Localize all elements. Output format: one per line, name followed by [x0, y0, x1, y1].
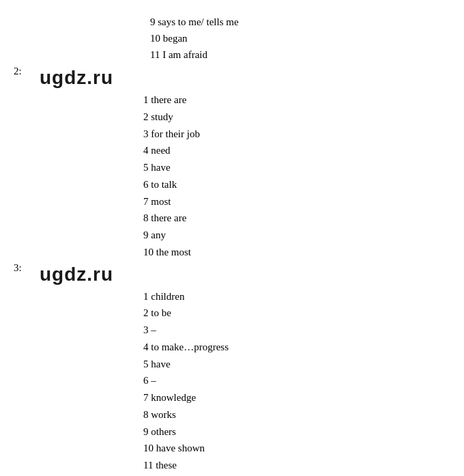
- section-3-item-8: 8 works: [143, 406, 450, 423]
- section-2-row: 2:ugdz.ru: [14, 66, 450, 90]
- section-2-item-5: 5 have: [143, 159, 450, 176]
- section-2-watermark: ugdz.ru: [34, 66, 119, 90]
- top-list-item: 10 began: [150, 30, 450, 46]
- section-2-item-4: 4 need: [143, 142, 450, 159]
- section-3-items: 1 children2 to be3 –4 to make…progress5 …: [20, 288, 450, 477]
- section-2-item-1: 1 there are: [143, 92, 450, 109]
- section-2-item-2: 2 study: [143, 109, 450, 126]
- section-3-item-6: 6 –: [143, 372, 450, 389]
- section-2-item-9: 9 any: [143, 227, 450, 244]
- section-2: 2:ugdz.ru1 there are2 study3 for their j…: [14, 66, 450, 261]
- section-3-item-9: 9 others: [143, 423, 450, 440]
- top-list: 9 says to me/ tells me10 began11 I am af…: [150, 14, 450, 63]
- section-2-item-6: 6 to talk: [143, 176, 450, 193]
- top-list-item: 11 I am afraid: [150, 46, 450, 63]
- section-2-label: 2:: [14, 66, 34, 77]
- section-3-item-3: 3 –: [143, 322, 450, 339]
- section-3: 3:ugdz.ru1 children2 to be3 –4 to make…p…: [14, 262, 450, 477]
- sections-container: 2:ugdz.ru1 there are2 study3 for their j…: [14, 66, 450, 476]
- section-3-item-7: 7 knowledge: [143, 389, 450, 406]
- section-2-item-8: 8 there are: [143, 210, 450, 227]
- section-3-item-4: 4 to make…progress: [143, 339, 450, 356]
- section-3-row: 3:ugdz.ru: [14, 262, 450, 287]
- section-3-watermark: ugdz.ru: [34, 262, 119, 287]
- section-2-item-10: 10 the most: [143, 244, 450, 261]
- section-2-item-3: 3 for their job: [143, 126, 450, 143]
- section-3-item-5: 5 have: [143, 356, 450, 373]
- section-2-item-7: 7 most: [143, 193, 450, 210]
- section-3-item-10: 10 have shown: [143, 440, 450, 457]
- section-3-item-1: 1 children: [143, 288, 450, 305]
- site-header: [14, 3, 450, 14]
- section-2-items: 1 there are2 study3 for their job4 need5…: [20, 92, 450, 261]
- top-list-item: 9 says to me/ tells me: [150, 14, 450, 30]
- page-content: 9 says to me/ tells me10 began11 I am af…: [0, 0, 464, 476]
- section-3-item-2: 2 to be: [143, 305, 450, 322]
- section-3-item-11: 11 these: [143, 457, 450, 474]
- section-3-label: 3:: [14, 262, 34, 274]
